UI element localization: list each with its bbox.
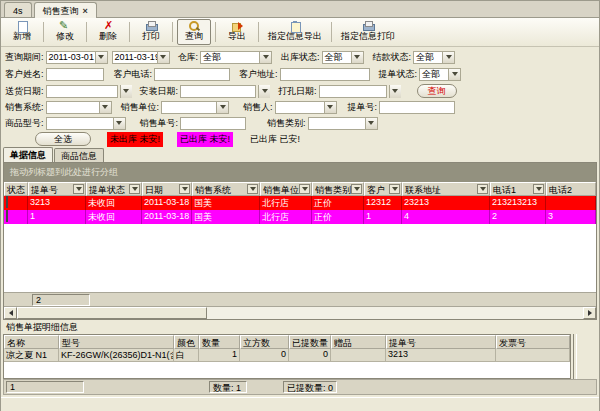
chevron-down-icon[interactable] <box>113 118 125 129</box>
customer-address-input[interactable] <box>280 68 370 81</box>
table-row[interactable]: 1 未收回 2011-03-18 15: 国美 北行店 正价 1 4 2 3 <box>4 210 596 224</box>
row-checkbox[interactable] <box>6 210 8 222</box>
outbound-status-combo[interactable]: 全部 <box>322 51 364 64</box>
cell-address: 4 <box>402 210 490 224</box>
settle-status-combo[interactable]: 全部 <box>413 51 455 64</box>
col-header-bill-status[interactable]: 提单状态 <box>86 182 142 196</box>
col-header-color[interactable]: 颜色 <box>174 335 199 349</box>
warehouse-combo[interactable]: 全部 <box>200 51 272 64</box>
col-header-cubic[interactable]: 立方数 <box>240 335 289 349</box>
col-header-taken-qty[interactable]: 已提数量 <box>289 335 331 349</box>
col-header-phone2[interactable]: 电话2 <box>546 182 596 196</box>
select-all-button[interactable]: 全选 <box>35 132 91 146</box>
row-checkbox[interactable] <box>6 196 8 208</box>
legend-shipped-not-installed: 已出库 未安! <box>177 132 233 147</box>
print-specified-info-button[interactable]: 指定信息打印 <box>336 19 400 45</box>
salesperson-combo[interactable] <box>275 101 337 114</box>
drill-date-dropdown[interactable] <box>388 85 401 98</box>
col-header-sales-system[interactable]: 销售系统 <box>192 182 260 196</box>
edit-button[interactable]: 修改 <box>48 19 82 45</box>
sales-unit-combo[interactable] <box>161 101 229 114</box>
scroll-right-icon[interactable] <box>583 307 596 319</box>
customer-phone-input[interactable] <box>154 68 230 81</box>
col-header-status[interactable]: 状态 <box>4 182 28 196</box>
detail-row[interactable]: 凉之夏 N1 KF-26GW/K(26356)D1-N1(含管)顶 白 1 0 … <box>4 349 570 362</box>
bill-no-input[interactable] <box>379 101 455 114</box>
sales-order-input[interactable] <box>180 117 246 130</box>
col-header-address[interactable]: 联系地址 <box>402 182 490 196</box>
col-header-sales-unit[interactable]: 销售单位 <box>260 182 312 196</box>
cell-phone1: 2 <box>490 210 546 224</box>
filter-dropdown-icon[interactable] <box>73 184 84 194</box>
col-header-invoice-no[interactable]: 发票号 <box>496 335 570 349</box>
chevron-down-icon[interactable] <box>442 52 454 63</box>
chevron-down-icon[interactable] <box>351 52 363 63</box>
export-button[interactable]: 导出 <box>220 19 254 45</box>
col-header-date[interactable]: 日期 <box>142 182 192 196</box>
scroll-left-icon[interactable] <box>4 307 17 319</box>
cell-name: 凉之夏 N1 <box>4 349 59 362</box>
sales-system-combo[interactable] <box>46 101 112 114</box>
col-header-phone1[interactable]: 电话1 <box>490 182 546 196</box>
sales-type-combo[interactable] <box>308 117 378 130</box>
scrollbar-thumb[interactable] <box>17 307 207 319</box>
delivery-date-label: 送货日期: <box>5 85 44 98</box>
product-model-combo[interactable] <box>46 117 126 130</box>
period-from-value: 2011-03-01 <box>49 52 94 62</box>
filter-dropdown-icon[interactable] <box>533 184 544 194</box>
new-document-icon <box>16 21 28 29</box>
delivery-date-dropdown[interactable] <box>119 85 132 98</box>
col-header-customer[interactable]: 客户 <box>364 182 402 196</box>
print-button[interactable]: 打印 <box>134 19 168 45</box>
close-tab-icon[interactable]: × <box>83 6 88 16</box>
filter-dropdown-icon[interactable] <box>129 184 140 194</box>
horizontal-scrollbar[interactable] <box>4 306 596 319</box>
delete-x-icon <box>102 21 114 29</box>
drill-date-input[interactable] <box>319 85 387 98</box>
chevron-down-icon[interactable] <box>216 102 228 113</box>
filter-dropdown-icon[interactable] <box>477 184 488 194</box>
tab-4s[interactable]: 4s <box>4 2 32 17</box>
bill-status-combo[interactable]: 全部 <box>419 68 461 81</box>
customer-address-label: 客户地址: <box>239 68 278 81</box>
chevron-down-icon[interactable] <box>365 118 377 129</box>
tab-sales-query[interactable]: 销售查询 × <box>34 2 97 18</box>
sales-unit-label: 销售单位: <box>121 101 160 114</box>
col-header-bill-no[interactable]: 提单号 <box>28 182 86 196</box>
period-from-combo[interactable]: 2011-03-01 <box>46 51 108 64</box>
tab-product-info[interactable]: 商品信息 <box>54 148 104 162</box>
drill-date-label: 打孔日期: <box>278 85 317 98</box>
query-button[interactable]: 查询 <box>417 84 457 98</box>
install-date-dropdown[interactable] <box>257 85 270 98</box>
col-header-bill-no[interactable]: 提单号 <box>386 335 496 349</box>
chevron-down-icon[interactable] <box>324 102 336 113</box>
table-row[interactable]: 3213 未收回 2011-03-18 16: 国美 北行店 正价 12312 … <box>4 196 596 210</box>
chevron-down-icon[interactable] <box>259 52 271 63</box>
col-header-sales-type[interactable]: 销售类别 <box>312 182 364 196</box>
tab-document-info[interactable]: 单据信息 <box>3 147 53 162</box>
filter-dropdown-icon[interactable] <box>179 184 190 194</box>
chevron-down-icon[interactable] <box>157 52 169 63</box>
export-specified-info-button[interactable]: 指定信息导出 <box>263 19 327 45</box>
install-date-input[interactable] <box>180 85 256 98</box>
cell-bill-no: 3213 <box>386 349 496 362</box>
query-toolbar-button[interactable]: 查询 <box>177 19 211 45</box>
delete-button[interactable]: 删除 <box>91 19 125 45</box>
new-button[interactable]: 新增 <box>5 19 39 45</box>
filter-dropdown-icon[interactable] <box>299 184 310 194</box>
period-to-combo[interactable]: 2011-03-19 <box>112 51 170 64</box>
chevron-down-icon[interactable] <box>448 69 460 80</box>
col-header-qty[interactable]: 数量 <box>199 335 240 349</box>
filter-dropdown-icon[interactable] <box>247 184 258 194</box>
filter-dropdown-icon[interactable] <box>351 184 362 194</box>
col-header-name[interactable]: 名称 <box>4 335 59 349</box>
col-header-model[interactable]: 型号 <box>59 335 174 349</box>
customer-name-input[interactable] <box>46 68 104 81</box>
delivery-date-input[interactable] <box>46 85 118 98</box>
salesperson-label: 销售人: <box>243 101 273 114</box>
col-header-gift[interactable]: 赠品 <box>331 335 386 349</box>
filter-dropdown-icon[interactable] <box>389 184 400 194</box>
chevron-down-icon[interactable] <box>99 102 111 113</box>
chevron-down-icon[interactable] <box>95 52 107 63</box>
group-by-bar[interactable]: 拖动列标题到此处进行分组 <box>4 163 596 182</box>
